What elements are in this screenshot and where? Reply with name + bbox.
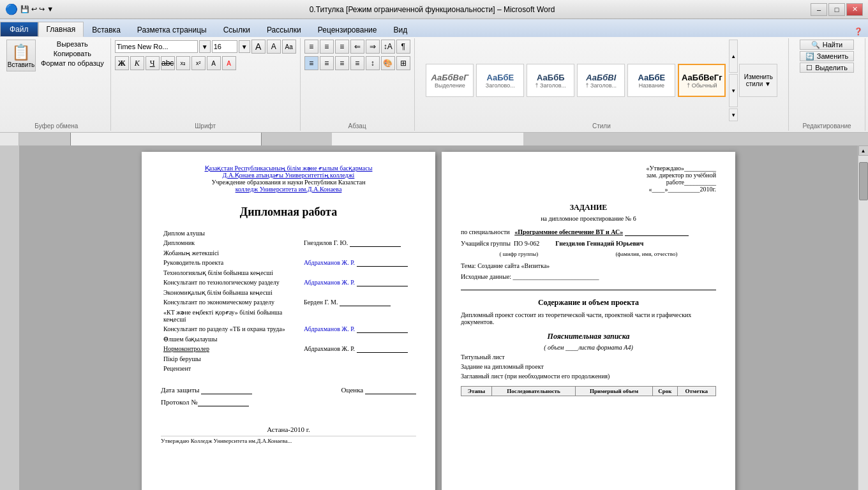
shrink-font-button[interactable]: A — [267, 40, 281, 54]
editing-group: 🔍 Найти 🔄 Заменить ☐ Выделить Редактиров… — [789, 38, 865, 131]
page2-student: Учащийся группы ПО 9-062 Гнездилов Генна… — [461, 240, 716, 247]
copy-button[interactable]: Копировать — [38, 49, 107, 58]
scroll-thumb[interactable] — [859, 162, 868, 200]
maximize-button[interactable]: □ — [828, 3, 845, 16]
page2-content-section: Содержание и объем проекта Дипломный про… — [461, 298, 716, 380]
styles-more[interactable]: ▼ — [729, 108, 738, 121]
table-row: Консультант по разделу «ТБ и охрана труд… — [161, 324, 416, 334]
page2-top-right: «Утверждаю»__________ зам. директор по у… — [461, 165, 716, 193]
align-justify[interactable]: ≡ — [350, 56, 364, 70]
editing-label: Редактирование — [802, 122, 851, 130]
style-box-normal[interactable]: АаБбВеГг † Обычный — [678, 64, 726, 97]
table-row: Рецензент — [161, 364, 416, 373]
paragraph-group: ≡ ≡ ≡ ⇐ ⇒ ↕A ¶ ≡ ≡ ≡ ≡ ↕ 🎨 ⊞ Абзац — [301, 38, 415, 131]
grow-font-button[interactable]: A — [251, 40, 266, 54]
document-page-2: «Утверждаю»__________ зам. директор по у… — [442, 152, 735, 490]
font-color-button[interactable]: A — [222, 56, 236, 70]
font-size-down[interactable]: ▼ — [199, 40, 211, 53]
tab-references[interactable]: Ссылки — [215, 22, 258, 37]
style-box-default[interactable]: АаБбВеГ Выделение — [426, 64, 474, 97]
decrease-indent[interactable]: ⇐ — [350, 40, 364, 54]
cut-button[interactable]: Вырезать — [38, 40, 107, 48]
tab-mailings[interactable]: Рассылки — [258, 22, 310, 37]
minimize-button[interactable]: – — [811, 3, 827, 16]
change-styles-button[interactable]: Изменить стили ▼ — [739, 64, 777, 97]
table-row: Өлшем бақылаушы — [161, 334, 416, 344]
font-size-up[interactable]: ▼ — [239, 40, 250, 53]
table-row: Технологиялық білім бойынша кеңесші — [161, 268, 416, 278]
tab-layout[interactable]: Разметка страницы — [129, 22, 215, 37]
styles-scroll-down[interactable]: ▼ — [729, 74, 738, 107]
clipboard-group: 📋 Вставить Вырезать Копировать Формат по… — [3, 38, 111, 131]
page1-title: Дипломная работа — [161, 205, 416, 219]
show-para-button[interactable]: ¶ — [396, 40, 410, 54]
font-label: Шрифт — [195, 122, 216, 130]
tab-file[interactable]: Файл — [0, 22, 38, 37]
tab-view[interactable]: Вид — [385, 22, 415, 37]
page2-heading: ЗАДАНИЕ — [461, 203, 716, 212]
title-bar: 🔵 💾 ↩ ↪ ▼ 0.Титулка [Режим ограниченной … — [0, 0, 868, 19]
font-size-input[interactable] — [212, 40, 237, 53]
page1-footer: Утверждаю Колледж Университета им.Д.А.Ко… — [161, 436, 416, 444]
window-title: 0.Титулка [Режим ограниченной функционал… — [54, 5, 811, 14]
borders-button[interactable]: ⊞ — [396, 56, 410, 70]
highlight-button[interactable]: A — [207, 56, 221, 70]
underline-button[interactable]: Ч — [146, 56, 160, 70]
ruler-corner — [0, 133, 19, 145]
font-family-input[interactable] — [115, 40, 198, 53]
find-button[interactable]: 🔍 Найти — [800, 40, 854, 50]
paragraph-label: Абзац — [348, 122, 366, 130]
help-icon[interactable]: ❓ — [849, 26, 868, 37]
table-row: Нормоконтролер Абдрахманов Ж. Р. — [161, 344, 416, 354]
vertical-scrollbar[interactable]: ▲ ▼ — [858, 145, 868, 490]
table-row: Консультант по технологическому разделу … — [161, 278, 416, 288]
sort-button[interactable]: ↕A — [381, 40, 395, 54]
tab-home[interactable]: Главная — [38, 22, 84, 37]
line-spacing[interactable]: ↕ — [366, 56, 380, 70]
increase-indent[interactable]: ⇒ — [366, 40, 380, 54]
style-box-heading3[interactable]: АаБбВI † Заголов... — [577, 64, 625, 97]
clipboard-small-buttons: Вырезать Копировать Формат по образцу — [38, 40, 107, 68]
scroll-up-button[interactable]: ▲ — [858, 145, 869, 156]
table-row: Экономиқалық білім бойынша кеңесші — [161, 288, 416, 297]
style-box-title[interactable]: АаБбЕ Название — [627, 64, 675, 97]
table-row: Консультант по экономическому разделу Бе… — [161, 297, 416, 308]
align-center[interactable]: ≡ — [320, 56, 334, 70]
format-paint-button[interactable]: Формат по образцу — [38, 59, 107, 68]
clear-format-button[interactable]: Aa — [282, 40, 296, 54]
table-row: Дипломник Гнездилов Г. Ю. — [161, 238, 416, 248]
superscript-button[interactable]: x² — [191, 56, 206, 70]
align-right[interactable]: ≡ — [335, 56, 349, 70]
tab-review[interactable]: Рецензирование — [310, 22, 385, 37]
paste-button[interactable]: 📋 Вставить — [6, 40, 36, 71]
select-button[interactable]: ☐ Выделить — [800, 63, 854, 73]
scroll-track[interactable] — [858, 156, 869, 490]
multilevel-button[interactable]: ≡ — [335, 40, 349, 54]
document-area: Қазақстан Республикасының білім және ғыл… — [0, 145, 868, 490]
style-box-heading1[interactable]: АаБбЕ Заголово... — [476, 64, 524, 97]
table-row: «КТ және еңбекті қорғау» білімі бойынша … — [161, 308, 416, 324]
replace-button[interactable]: 🔄 Заменить — [800, 51, 854, 61]
subscript-button[interactable]: x₂ — [176, 56, 190, 70]
page2-initial: Исходные данные: _______________________… — [461, 273, 716, 290]
shading-button[interactable]: 🎨 — [381, 56, 395, 70]
ruler-area — [0, 133, 868, 145]
italic-button[interactable]: К — [130, 56, 144, 70]
style-box-heading2[interactable]: АаБбБ † Заголов... — [527, 64, 574, 97]
tab-insert[interactable]: Вставка — [84, 22, 129, 37]
table-row: Руководитель проекта Абдрахманов Ж. Р. — [161, 258, 416, 268]
numbering-button[interactable]: ≡ — [320, 40, 334, 54]
page1-header: Қазақстан Республикасының білім және ғыл… — [161, 165, 416, 193]
page1-fields-table: Диплом алушы Дипломник Гнездилов Г. Ю. Ж… — [161, 228, 416, 373]
document-page-1: Қазақстан Республикасының білім және ғыл… — [142, 152, 435, 490]
strikethrough-button[interactable]: abc — [161, 56, 175, 70]
bold-button[interactable]: Ж — [115, 56, 129, 70]
page1-bottom: Дата защиты Оценка — [161, 386, 416, 394]
page2-subheading: на дипломное проектирование № 6 — [461, 215, 716, 222]
close-button[interactable]: ✕ — [846, 3, 863, 16]
window-controls: – □ ✕ — [811, 3, 863, 16]
bullets-button[interactable]: ≡ — [304, 40, 318, 54]
align-left[interactable]: ≡ — [304, 56, 318, 70]
styles-scroll-up[interactable]: ▲ — [729, 40, 738, 73]
page2-schedule-table: Этапы Последовательность Примерный объем… — [461, 386, 716, 396]
